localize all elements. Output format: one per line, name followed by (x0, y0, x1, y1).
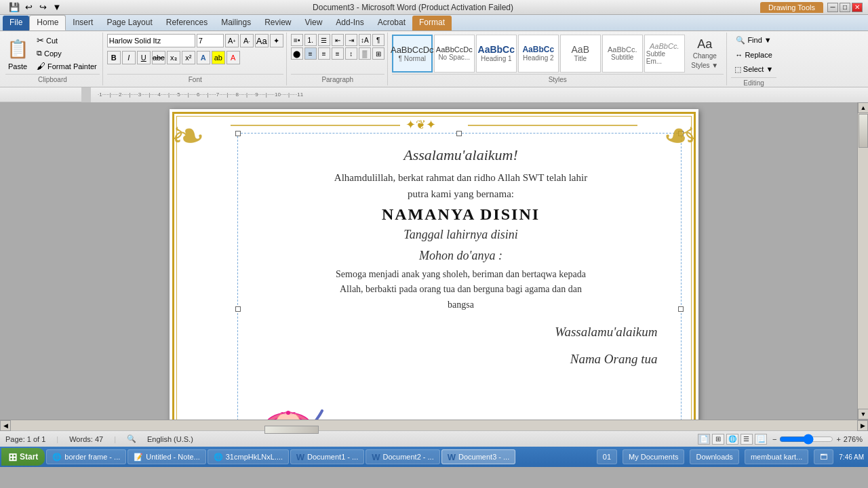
tab-addins[interactable]: Add-Ins (329, 16, 370, 30)
format-painter-label: Format Painter (47, 62, 97, 70)
taskbar-border-frame[interactable]: 🌐border frame - ... (46, 449, 126, 464)
format-painter-button[interactable]: 🖌 Format Painter (34, 60, 100, 73)
style-heading1[interactable]: AaBbCc Heading 1 (476, 35, 517, 73)
show-formatting-button[interactable]: ¶ (372, 34, 384, 46)
view-draft-button[interactable]: 📃 (755, 434, 767, 445)
handle-tr (678, 131, 684, 136)
italic-button[interactable]: I (122, 51, 136, 64)
numbering-button[interactable]: 1. (304, 34, 317, 46)
scroll-down-button[interactable]: ▼ (858, 409, 868, 420)
scroll-up-button[interactable]: ▲ (858, 102, 868, 113)
window-controls[interactable]: ─ □ ✕ (827, 3, 863, 12)
font-size-input[interactable] (197, 34, 224, 47)
style-heading2[interactable]: AaBbCc Heading 2 (518, 35, 559, 73)
font-color-button[interactable]: A (226, 51, 240, 64)
zoom-level: 276% (844, 435, 863, 443)
text-effects-button[interactable]: A (197, 51, 210, 64)
start-label: Start (20, 452, 38, 462)
svg-text:❧: ❧ (171, 113, 205, 159)
style-title[interactable]: AaB Title (560, 35, 601, 73)
shading-button[interactable]: ▒ (359, 47, 371, 60)
scroll-thumb[interactable] (859, 114, 868, 148)
highlight-button[interactable]: ab (212, 51, 225, 64)
zoom-minus[interactable]: − (772, 435, 776, 443)
increase-indent-button[interactable]: ⇥ (345, 34, 357, 46)
undo-button[interactable]: ↩ (22, 1, 35, 14)
paste-button[interactable]: 📋 Paste (5, 37, 30, 70)
styles-group: AaBbCcDc ¶ Normal AaBbCcDc No Spac... Aa… (389, 33, 727, 85)
font-name-input[interactable] (107, 34, 195, 47)
style-subtle-em[interactable]: AaBbCc. Subtle Em... (644, 35, 685, 73)
tab-home[interactable]: Home (29, 15, 66, 30)
tab-pagelayout[interactable]: Page Layout (100, 16, 159, 30)
maximize-button[interactable]: □ (840, 3, 850, 12)
tab-format[interactable]: Format (412, 16, 452, 30)
tab-references[interactable]: References (159, 16, 214, 30)
horizontal-scrollbar[interactable]: ◀ ▶ (0, 420, 868, 430)
find-button[interactable]: 🔍 Find ▼ (732, 34, 774, 47)
multilevel-button[interactable]: ☰ (318, 34, 330, 46)
view-print-button[interactable]: 📄 (698, 434, 710, 445)
view-web-button[interactable]: 🌐 (726, 434, 738, 445)
tab-acrobat[interactable]: Acrobat (371, 16, 412, 30)
zoom-slider[interactable] (779, 436, 833, 443)
bold-button[interactable]: B (107, 51, 121, 64)
start-button[interactable]: ⊞ Start (1, 448, 45, 466)
tab-insert[interactable]: Insert (66, 16, 100, 30)
view-outline-button[interactable]: ☰ (741, 434, 753, 445)
change-styles-button[interactable]: Aa Change Styles ▼ (686, 38, 724, 69)
taskbar-01[interactable]: 01 (597, 449, 617, 464)
zoom-plus[interactable]: + (836, 435, 840, 443)
taskbar-notepad[interactable]: 📝Untitled - Note... (127, 449, 205, 464)
customize-button[interactable]: ▼ (51, 1, 63, 14)
align-left-button[interactable]: ⬤ (291, 47, 303, 60)
superscript-button[interactable]: x² (182, 51, 195, 64)
copy-button[interactable]: ⧉ Copy (34, 47, 100, 59)
taskbar-browser[interactable]: 🌐31cmpHkLNxL.... (208, 449, 289, 464)
taskbar-doc1[interactable]: WDocument1 - ... (290, 449, 364, 464)
save-button[interactable]: 💾 (8, 1, 20, 14)
change-case-button[interactable]: Aa (255, 34, 269, 47)
style-subtitle[interactable]: AaBbCc. Subtitle (602, 35, 643, 73)
tab-mailings[interactable]: Mailings (214, 16, 258, 30)
handle-tm (456, 131, 462, 136)
borders-button[interactable]: ⊞ (372, 47, 384, 60)
style-normal[interactable]: AaBbCcDc ¶ Normal (392, 35, 433, 73)
minimize-button[interactable]: ─ (827, 3, 838, 12)
replace-button[interactable]: ↔ Replace (732, 49, 775, 61)
subscript-button[interactable]: x₂ (167, 51, 180, 64)
grow-font-button[interactable]: A+ (225, 34, 239, 47)
align-right-button[interactable]: ≡ (318, 47, 330, 60)
quick-access-toolbar[interactable]: 💾 ↩ ↪ ▼ (5, 0, 66, 15)
style-no-spacing[interactable]: AaBbCcDc No Spac... (434, 35, 475, 73)
bullets-button[interactable]: ≡• (291, 34, 303, 46)
view-fullscreen-button[interactable]: ⊞ (712, 434, 724, 445)
taskbar-extra[interactable]: 🗔 (814, 449, 833, 464)
hscroll-left-button[interactable]: ◀ (0, 420, 11, 431)
line-spacing-button[interactable]: ↕ (345, 47, 357, 60)
taskbar-doc3[interactable]: WDocument3 - ... (441, 449, 515, 464)
shrink-font-button[interactable]: A- (240, 34, 254, 47)
taskbar-doc2[interactable]: WDocument2 - ... (366, 449, 439, 464)
align-center-button[interactable]: ≡ (304, 47, 317, 60)
vertical-scrollbar[interactable]: ▲ ▼ (857, 102, 868, 420)
select-button[interactable]: ⬚ Select ▼ (731, 63, 777, 76)
tab-view[interactable]: View (298, 16, 330, 30)
justify-button[interactable]: ≡ (332, 47, 344, 60)
taskbar-my-documents[interactable]: My Documents (623, 449, 684, 464)
cut-button[interactable]: ✂ Cut (34, 34, 100, 47)
taskbar-membuat-kart[interactable]: membuat kart... (745, 449, 808, 464)
strikethrough-button[interactable]: abc (152, 51, 165, 64)
sort-button[interactable]: ↕A (359, 34, 371, 46)
hscroll-right-button[interactable]: ▶ (857, 420, 868, 431)
clear-formatting-button[interactable]: ✦ (270, 34, 283, 47)
tab-review[interactable]: Review (258, 16, 298, 30)
font-row-1: A+ A- Aa ✦ (107, 34, 283, 47)
hscroll-thumb[interactable] (264, 426, 319, 434)
tab-file[interactable]: File (3, 16, 29, 30)
taskbar-downloads[interactable]: Downloads (690, 449, 738, 464)
underline-button[interactable]: U (137, 51, 151, 64)
close-button[interactable]: ✕ (852, 3, 863, 12)
decrease-indent-button[interactable]: ⇤ (332, 34, 344, 46)
redo-button[interactable]: ↪ (37, 1, 49, 14)
